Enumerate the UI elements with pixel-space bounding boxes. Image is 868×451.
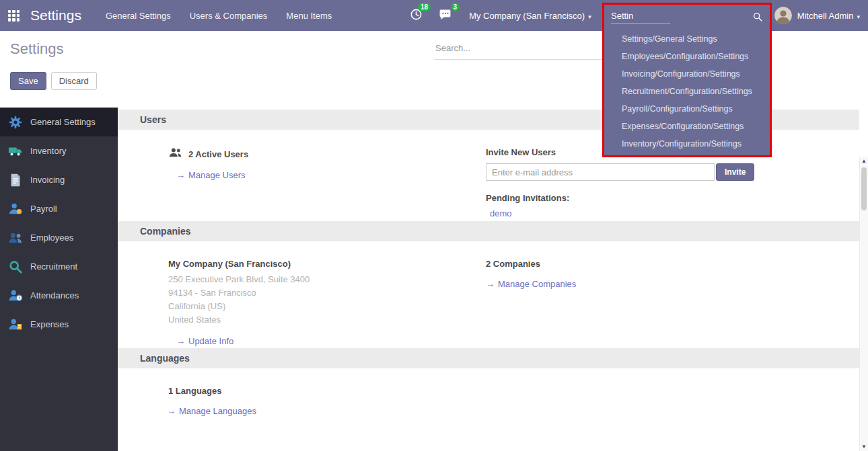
odoo-settings-screen: { "colors": { "navbar_bg": "#6b6c95", "s…	[0, 0, 868, 451]
gear-icon	[8, 115, 23, 130]
attendances-person-clock-icon	[8, 288, 23, 303]
sidebar-item-label: Attendances	[30, 290, 79, 300]
page-title: Settings	[10, 40, 64, 58]
discard-button[interactable]: Discard	[51, 72, 97, 90]
sidebar-item-invoicing[interactable]: Invoicing	[0, 165, 118, 194]
manage-users-link[interactable]: Manage Users	[188, 170, 246, 180]
vertical-scrollbar[interactable]: ▲ ▼	[859, 157, 868, 451]
sidebar-item-label: Inventory	[30, 146, 66, 156]
activities-button[interactable]: 18	[410, 8, 423, 24]
sidebar-item-label: Expenses	[30, 319, 69, 329]
arrow-right-icon: →	[167, 406, 176, 416]
search-result-item[interactable]: Invoicing/Configuration/Settings	[604, 65, 770, 83]
arrow-right-icon: →	[486, 279, 495, 289]
manage-languages-link[interactable]: Manage Languages	[179, 406, 256, 416]
menu-menu-items[interactable]: Menu Items	[286, 11, 332, 21]
section-header-companies: Companies	[118, 221, 859, 241]
search-result-item[interactable]: Inventory/Configuration/Settings	[604, 135, 770, 153]
user-menu[interactable]: Mitchell Admin▾	[797, 11, 860, 21]
inventory-truck-icon	[8, 144, 23, 159]
menu-search-dropdown annotation-highlight: Settings/General Settings Employees/Conf…	[602, 3, 772, 157]
invite-email-input[interactable]	[486, 163, 715, 181]
scroll-down-icon[interactable]: ▼	[860, 442, 868, 451]
companies-section: My Company (San Francisco) 250 Executive…	[118, 241, 859, 346]
settings-sidebar: General Settings Inventory Invoicing Pay…	[0, 108, 118, 451]
pending-user-link[interactable]: demo	[490, 208, 512, 218]
sidebar-item-label: General Settings	[30, 117, 96, 127]
recruitment-magnifier-icon	[8, 259, 23, 274]
menu-users-companies[interactable]: Users & Companies	[190, 11, 268, 21]
caret-down-icon: ▾	[857, 13, 860, 20]
search-result-item[interactable]: Payroll/Configuration/Settings	[604, 100, 770, 118]
app-title[interactable]: Settings	[30, 7, 81, 24]
active-users-count: 2 Active Users	[188, 149, 248, 159]
settings-content: Users 2 Active Users →Manage Users Invit…	[118, 108, 859, 451]
menu-search-input[interactable]	[611, 9, 670, 24]
arrow-right-icon: →	[176, 336, 185, 346]
sidebar-item-label: Invoicing	[30, 175, 65, 185]
company-name: My Company (San Francisco)	[168, 259, 486, 269]
messages-button[interactable]: 3	[439, 8, 451, 24]
scrollbar-thumb[interactable]	[861, 167, 867, 210]
expenses-person-receipt-icon	[8, 317, 23, 332]
menu-search-row	[604, 5, 770, 29]
companies-count: 2 Companies	[486, 259, 842, 269]
user-avatar[interactable]	[774, 7, 792, 24]
button-row: Save Discard	[10, 72, 97, 90]
users-group-icon	[168, 147, 182, 161]
sidebar-item-employees[interactable]: Employees	[0, 223, 118, 252]
search-results-list: Settings/General Settings Employees/Conf…	[604, 29, 770, 154]
company-switcher[interactable]: My Company (San Francisco)▾	[469, 11, 591, 21]
activities-badge: 18	[418, 3, 431, 11]
sidebar-item-inventory[interactable]: Inventory	[0, 136, 118, 165]
payroll-person-icon	[8, 202, 23, 216]
sidebar-item-recruitment[interactable]: Recruitment	[0, 252, 118, 281]
sidebar-item-expenses[interactable]: Expenses	[0, 310, 118, 339]
search-result-item[interactable]: Expenses/Configuration/Settings	[604, 118, 770, 135]
scroll-up-icon[interactable]: ▲	[860, 157, 868, 165]
messages-chat-icon	[439, 8, 451, 24]
search-result-item[interactable]: Employees/Configuration/Settings	[604, 48, 770, 65]
search-result-item[interactable]: Recruitment/Configuration/Settings	[604, 83, 770, 100]
apps-menu-icon[interactable]	[8, 10, 20, 22]
top-menu: General Settings Users & Companies Menu …	[106, 11, 332, 21]
manage-companies-link[interactable]: Manage Companies	[498, 279, 576, 289]
invoicing-document-icon	[8, 173, 23, 188]
sidebar-item-general-settings[interactable]: General Settings	[0, 108, 118, 136]
sidebar-item-attendances[interactable]: Attendances	[0, 281, 118, 310]
search-icon[interactable]	[752, 11, 763, 22]
search-result-item[interactable]: Settings/General Settings	[604, 30, 770, 48]
languages-count: 1 Languages	[168, 386, 486, 396]
save-button[interactable]: Save	[10, 72, 46, 90]
sidebar-item-label: Employees	[30, 233, 73, 243]
pending-invitations-label: Pending Invitations:	[486, 193, 842, 203]
invite-button[interactable]: Invite	[716, 163, 754, 181]
update-info-link[interactable]: Update Info	[188, 336, 233, 346]
company-address: 250 Executive Park Blvd, Suite 3400 9413…	[168, 273, 486, 327]
menu-general-settings[interactable]: General Settings	[106, 11, 171, 21]
caret-down-icon: ▾	[588, 13, 591, 20]
sidebar-item-label: Payroll	[30, 204, 57, 214]
employees-people-icon	[8, 231, 23, 245]
languages-section: 1 Languages →Manage Languages	[118, 368, 859, 416]
arrow-right-icon: →	[176, 170, 185, 180]
sidebar-item-label: Recruitment	[30, 261, 77, 272]
section-header-languages: Languages	[118, 348, 859, 368]
messages-badge: 3	[451, 3, 460, 11]
sidebar-item-payroll[interactable]: Payroll	[0, 194, 118, 223]
